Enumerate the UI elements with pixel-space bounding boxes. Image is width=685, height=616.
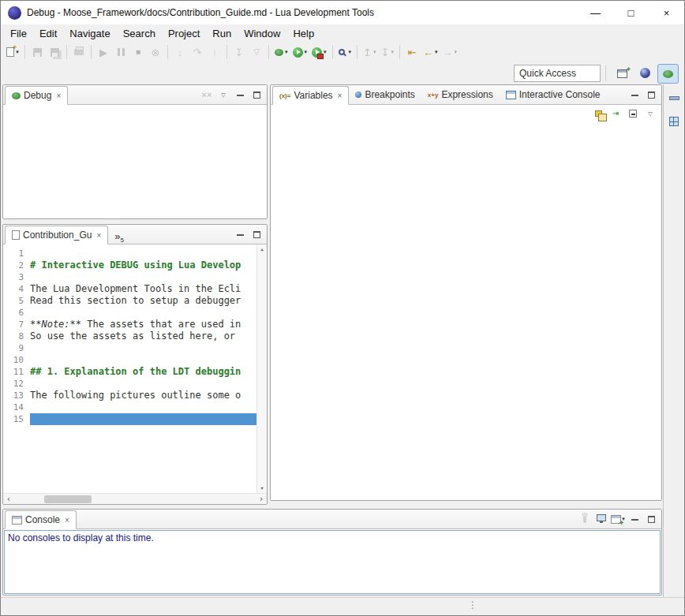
- show-details-icon[interactable]: ⇥: [608, 106, 623, 121]
- menu-search[interactable]: Search: [117, 26, 162, 41]
- run-icon[interactable]: ▾: [291, 43, 309, 61]
- code-text: So use the assets as listed here, or: [30, 330, 235, 342]
- menu-navigate[interactable]: Navigate: [63, 26, 116, 41]
- minimize-icon[interactable]: [233, 227, 247, 241]
- editor-horizontal-scrollbar[interactable]: [3, 493, 267, 504]
- close-tab-icon[interactable]: ×: [338, 91, 342, 100]
- save-all-icon: [47, 43, 62, 61]
- debug-view-actions: ××▽: [200, 88, 267, 102]
- menu-run[interactable]: Run: [206, 26, 238, 41]
- last-edit-location-icon[interactable]: ⇤: [404, 43, 420, 61]
- tab-expressions[interactable]: x+yExpressions: [421, 85, 500, 104]
- minimize-icon[interactable]: [627, 512, 642, 526]
- dropdown-arrow-icon[interactable]: ▾: [435, 49, 438, 55]
- code-line[interactable]: Read this section to setup a debugger: [30, 295, 256, 307]
- menu-edit[interactable]: Edit: [33, 26, 63, 41]
- view-menu-icon[interactable]: ▽: [643, 106, 657, 121]
- line-number: 13: [3, 390, 24, 401]
- minimize-icon[interactable]: [627, 88, 642, 102]
- dropdown-arrow-icon[interactable]: ▾: [305, 49, 308, 55]
- open-console-icon[interactable]: ▾: [611, 512, 625, 526]
- workspace: Debug× ××▽ (x)=Variables×Breakpointsx+yE…: [1, 84, 684, 597]
- restore-view-icon[interactable]: [666, 91, 682, 105]
- back-icon[interactable]: ←▾: [421, 43, 440, 61]
- editor-vertical-scrollbar[interactable]: [256, 245, 267, 493]
- scroll-up-icon[interactable]: [260, 247, 264, 252]
- code-line[interactable]: The Lua Development Tools in the Ecli: [30, 283, 256, 295]
- menu-window[interactable]: Window: [238, 26, 286, 41]
- code-line[interactable]: [30, 342, 256, 354]
- tab-console[interactable]: Console×: [5, 510, 77, 529]
- line-number-gutter[interactable]: 123456789101112131415: [3, 245, 30, 504]
- line-number: 12: [3, 378, 24, 390]
- dropdown-arrow-icon[interactable]: ▾: [391, 49, 394, 55]
- maximize-icon[interactable]: [644, 512, 658, 526]
- code-line[interactable]: **Note:** The assets that are used in: [30, 319, 256, 330]
- close-tab-icon[interactable]: ×: [56, 91, 61, 100]
- drag-handle-icon[interactable]: [468, 599, 477, 610]
- debug-perspective-icon[interactable]: [657, 64, 679, 84]
- resume-icon: ▶: [95, 43, 111, 61]
- tab-contribution-gu[interactable]: Contribution_Gu×: [5, 226, 108, 245]
- quick-access-input[interactable]: Quick Access: [514, 65, 601, 82]
- debug-view-body[interactable]: [3, 105, 267, 218]
- code-line[interactable]: [30, 401, 256, 413]
- tab-interactive-console[interactable]: Interactive Console: [500, 85, 607, 104]
- maximize-icon[interactable]: [249, 88, 264, 102]
- code-line[interactable]: [30, 378, 256, 390]
- code-line[interactable]: [30, 354, 256, 366]
- search-icon[interactable]: ▾: [337, 43, 354, 61]
- console-body[interactable]: No consoles to display at this time.: [4, 530, 661, 594]
- code-line[interactable]: [30, 307, 256, 319]
- dropdown-arrow-icon[interactable]: ▾: [349, 49, 352, 55]
- show-logical-structure-icon[interactable]: [591, 106, 605, 121]
- maximize-window-button[interactable]: □: [613, 1, 649, 24]
- line-number: 4: [3, 283, 24, 295]
- debug-icon[interactable]: ▾: [273, 43, 290, 61]
- scroll-left-icon[interactable]: [3, 495, 14, 503]
- scrollbar-thumb[interactable]: [44, 495, 92, 503]
- maximize-icon[interactable]: [644, 88, 658, 102]
- tab-variables[interactable]: (x)=Variables×: [272, 86, 349, 105]
- views-grid-icon[interactable]: [666, 114, 682, 129]
- variables-view-body[interactable]: [271, 122, 661, 500]
- new-wizard-icon[interactable]: ▾: [5, 43, 21, 61]
- code-line[interactable]: [30, 271, 256, 283]
- code-line[interactable]: [30, 248, 256, 259]
- scroll-down-icon[interactable]: [260, 486, 264, 491]
- close-window-button[interactable]: ×: [649, 1, 684, 24]
- minimize-icon[interactable]: [233, 88, 247, 102]
- next-annotation-icon: ↧▾: [379, 43, 395, 61]
- hidden-editors-chevron[interactable]: » 5: [108, 230, 130, 244]
- editor-body: 123456789101112131415 # Interactive DEBU…: [3, 245, 267, 504]
- display-selected-console-icon[interactable]: [594, 512, 608, 526]
- close-tab-icon[interactable]: ×: [65, 516, 69, 525]
- tab-breakpoints[interactable]: Breakpoints: [349, 85, 421, 104]
- menu-project[interactable]: Project: [162, 26, 206, 41]
- window-controls: — □ ×: [578, 1, 684, 24]
- code-text: The Lua Development Tools in the Ecli: [30, 283, 241, 294]
- dropdown-arrow-icon[interactable]: ▾: [324, 49, 327, 55]
- scroll-right-icon[interactable]: [256, 495, 267, 503]
- external-tools-icon[interactable]: ▾: [310, 43, 328, 61]
- dropdown-arrow-icon[interactable]: ▾: [454, 49, 457, 55]
- code-line[interactable]: The following pictures outline some o: [30, 390, 256, 401]
- view-menu-icon[interactable]: ▽: [216, 88, 230, 102]
- maximize-icon[interactable]: [249, 227, 264, 241]
- code-text: # Interactive DEBUG using Lua Develop: [30, 259, 241, 271]
- code-line[interactable]: So use the assets as listed here, or: [30, 330, 256, 342]
- open-perspective-icon[interactable]: [612, 64, 633, 84]
- tab-debug[interactable]: Debug×: [5, 86, 68, 105]
- menu-file[interactable]: File: [4, 26, 33, 41]
- dropdown-arrow-icon[interactable]: ▾: [285, 49, 288, 55]
- ldt-perspective-icon[interactable]: [634, 63, 656, 83]
- close-tab-icon[interactable]: ×: [96, 231, 101, 240]
- code-line-current[interactable]: [30, 413, 256, 425]
- collapse-all-icon[interactable]: [626, 106, 640, 121]
- menu-help[interactable]: Help: [286, 26, 320, 41]
- minimize-window-button[interactable]: —: [578, 1, 613, 24]
- code-line[interactable]: ## 1. Explanation of the LDT debuggin: [30, 366, 256, 378]
- code-line[interactable]: # Interactive DEBUG using Lua Develop: [30, 259, 256, 271]
- dropdown-arrow-icon[interactable]: ▾: [373, 49, 376, 55]
- code-editor[interactable]: # Interactive DEBUG using Lua DevelopThe…: [30, 245, 256, 504]
